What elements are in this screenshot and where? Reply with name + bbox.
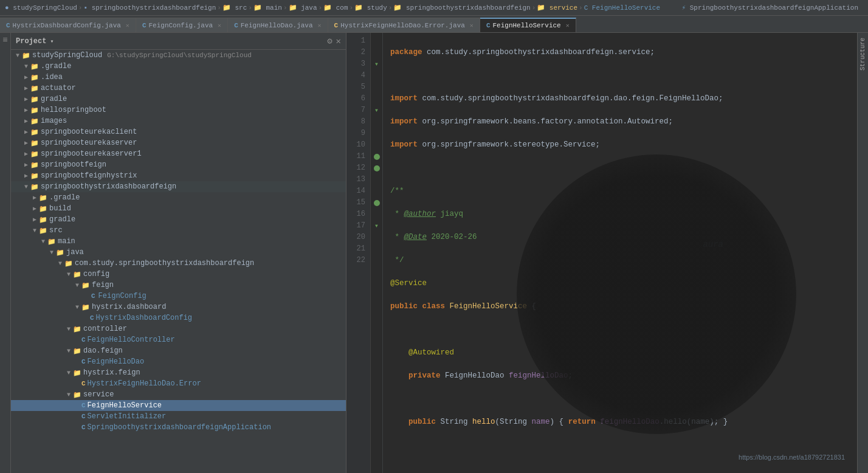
tree-item-springbootfeignhystrix[interactable]: 📁 springbootfeignhystrix (11, 170, 346, 181)
folder-icon-springbootfeign: 📁 (30, 161, 39, 169)
item-label-hystrix-feign: hystrix.feign (83, 368, 140, 377)
bc-project[interactable]: ● studySpringCloud (5, 4, 77, 12)
tree-item-gradle1[interactable]: 📁 .gradle (11, 61, 346, 72)
tree-item-sub-gradle[interactable]: 📁 .gradle (11, 192, 346, 203)
tab-feign-config[interactable]: C FeignConfig.java ✕ (136, 18, 228, 32)
tab-close-3[interactable]: ✕ (318, 22, 322, 29)
folder-icon-eurekaserver1: 📁 (30, 150, 39, 158)
tree-item-eurekaserver1[interactable]: 📁 springbooteurekaserver1 (11, 148, 346, 159)
tree-item-feign-config[interactable]: C FeignConfig (11, 291, 346, 302)
project-action-settings[interactable]: ⚙ (327, 36, 332, 46)
tree-item-hystrix-dash-folder[interactable]: 📁 hystrix.dashboard (11, 302, 346, 312)
item-label-actuator: actuator (41, 84, 76, 92)
bc-java[interactable]: 📁 java (289, 4, 317, 12)
folder-icon-main: 📁 (47, 238, 56, 246)
item-label-feign-hello-service: FeignHelloService (88, 401, 162, 410)
item-label-springbootfeignhystrix: springbootfeignhystrix (41, 171, 137, 180)
tree-item-servlet-initializer[interactable]: C ServletInitializer (11, 411, 346, 422)
tree-item-hello-controller[interactable]: C FeignHelloController (11, 334, 346, 345)
tree-item-com-study[interactable]: 📁 com.study.springboothystrixdashboardfe… (11, 258, 346, 269)
item-label-hellospringboot: hellospringboot (41, 106, 106, 114)
tree-arrow-main (39, 238, 47, 245)
watermark: https://blog.csdn.net/a18792721831 (739, 454, 845, 461)
tree-item-service-folder[interactable]: 📁 service (11, 389, 346, 400)
tree-item-main[interactable]: 📁 main (11, 236, 346, 247)
tree-item-dashboardfeign[interactable]: 📁 springboothystrixdashboardfeign (11, 181, 346, 192)
folder-icon-sub-gradle2: 📁 (39, 216, 47, 224)
tree-item-hystrix-feign-error[interactable]: C HystrixFeignHelloDao.Error (11, 378, 346, 389)
breakpoint-15[interactable] (374, 200, 380, 206)
tab-hystrix-dashboard-config[interactable]: C HystrixDashboardConfig.java ✕ (0, 18, 136, 32)
tree-arrow-idea (22, 74, 30, 81)
tree-item-controller-folder[interactable]: 📁 controller (11, 323, 346, 334)
folder-icon-images: 📁 (30, 117, 39, 125)
tab-feign-hello-service[interactable]: C FeignHelloService ✕ (480, 18, 576, 32)
tree-item-hellospringboot[interactable]: 📁 hellospringboot (11, 105, 346, 116)
bc-file[interactable]: C FeignHelloService (584, 4, 660, 12)
bc-pkg[interactable]: 📁 springboothystrixdashboardfeign (393, 4, 530, 12)
tab-feign-hello-dao[interactable]: C FeignHelloDao.java ✕ (228, 18, 328, 32)
right-tool-strip: Structure (857, 33, 868, 473)
code-cm-author-val: jiayq (436, 210, 463, 218)
tree-item-hystrix-feign[interactable]: 📁 hystrix.feign (11, 367, 346, 378)
tab-close-5[interactable]: ✕ (566, 22, 570, 29)
bc-com[interactable]: 📁 com (323, 4, 348, 12)
folder-icon-hystrix-feign: 📁 (73, 369, 81, 377)
structure-label[interactable]: Structure (858, 35, 867, 73)
tree-item-images[interactable]: 📁 images (11, 116, 346, 126)
breakpoint-12[interactable] (374, 165, 380, 171)
code-class-name: FeignHelloService (450, 302, 532, 311)
item-label-app: SpringboothystrixdashboardfeignApplicati… (88, 423, 271, 432)
tree-arrow-actuator (22, 85, 30, 92)
tree-item-eurekaserver[interactable]: 📁 springbooteurekaserver (11, 137, 346, 148)
code-kw-public1: public (390, 302, 422, 311)
code-ann-autowired: @Autowired (408, 348, 454, 357)
bc-app[interactable]: ⚡ SpringboothystrixdashboardfeignApplica… (682, 4, 858, 12)
collapse-icon-3[interactable]: ▼ (375, 61, 378, 67)
tree-root-label: studySpringCloud (32, 51, 102, 60)
tree-item-config[interactable]: 📁 config (11, 269, 346, 280)
folder-icon-eurekaserver: 📁 (30, 139, 39, 147)
tab-icon-c5: C (486, 22, 491, 29)
bc-module[interactable]: ▪ springboothystrixdashboardfeign (83, 4, 216, 12)
collapse-icon-17[interactable]: ▼ (375, 223, 378, 229)
tab-hystrix-feign-error[interactable]: C HystrixFeignHelloDao.Error.java ✕ (328, 18, 480, 32)
tree-item-hystrix-dash-config[interactable]: C HystrixDashboardConfig (11, 312, 346, 323)
tree-item-feign-folder[interactable]: 📁 feign (11, 280, 346, 291)
tree-item-sub-gradle2[interactable]: 📁 gradle (11, 214, 346, 225)
tree-item-src[interactable]: 📁 src (11, 225, 346, 236)
folder-icon-gradle2: 📁 (30, 95, 39, 103)
tab-close-1[interactable]: ✕ (126, 22, 129, 29)
code-fn-hello: hello (472, 418, 495, 426)
tree-item-gradle2[interactable]: 📁 gradle (11, 94, 346, 105)
bc-src[interactable]: 📁 src (222, 4, 247, 12)
breakpoint-11[interactable] (374, 154, 380, 160)
bc-study[interactable]: 📁 study (354, 4, 387, 12)
tab-close-4[interactable]: ✕ (470, 22, 474, 29)
tree-item-build[interactable]: 📁 build (11, 203, 346, 214)
code-lines[interactable]: package com.study.springboothystrixdashb… (383, 33, 857, 473)
tree-item-springbootfeign[interactable]: 📁 springbootfeign (11, 159, 346, 170)
tree-item-feign-hello-service[interactable]: C FeignHelloService (11, 400, 346, 411)
item-label-feign-folder: feign (92, 281, 114, 289)
tree-arrow-build (30, 205, 39, 212)
collapse-icon-7[interactable]: ▼ (375, 108, 378, 113)
code-editor[interactable]: 1 2 3 4 5 6 7 8 9 10 11 12 13 14 15 16 1… (346, 33, 857, 473)
bc-service[interactable]: 📁 service (537, 4, 577, 12)
folder-icon-springbootfeignhystrix: 📁 (30, 172, 39, 180)
tab-close-2[interactable]: ✕ (218, 22, 221, 29)
tree-item-actuator[interactable]: 📁 actuator (11, 83, 346, 94)
tree-arrow-eurekaserver1 (22, 150, 30, 157)
tree-root[interactable]: 📁 studySpringCloud G:\studySpringCloud\s… (11, 50, 346, 61)
code-punct-import3: ; (596, 140, 601, 149)
tree-item-idea[interactable]: 📁 .idea (11, 72, 346, 83)
tree-item-java[interactable]: 📁 java (11, 247, 346, 258)
tree-item-dao-feign[interactable]: 📁 dao.feign (11, 345, 346, 356)
tree-item-app[interactable]: C SpringboothystrixdashboardfeignApplica… (11, 422, 346, 433)
tree-item-eurekaclient[interactable]: 📁 springbooteurekaclient (11, 126, 346, 137)
project-action-close[interactable]: ✕ (336, 36, 341, 46)
bc-main[interactable]: 📁 main (253, 4, 282, 12)
tree-item-feign-hello-dao[interactable]: C FeignHelloDao (11, 356, 346, 367)
project-dropdown-icon[interactable]: ▾ (50, 38, 53, 45)
code-kw-import2: import (390, 117, 422, 126)
